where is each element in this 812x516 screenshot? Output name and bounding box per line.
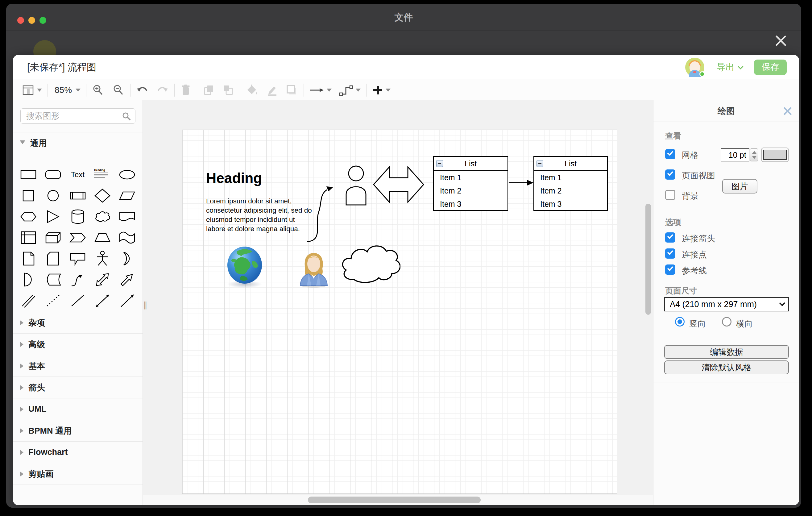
waypoint-style-button[interactable] [339,83,361,97]
canvas-list-2[interactable]: List Item 1 Item 2 Item 3 [533,156,608,211]
shape-cloud[interactable] [91,207,114,226]
grid-color-swatch[interactable] [761,147,789,162]
drawing-canvas[interactable]: Heading Lorem ipsum dolor sit amet, cons… [143,100,653,505]
list-item[interactable]: Item 3 [434,198,508,211]
shape-square[interactable] [17,186,39,205]
shape-step[interactable] [67,228,89,247]
shape-data-storage[interactable] [42,270,64,289]
sidebar-section-arrows[interactable]: 箭头 [13,376,143,398]
canvas-person-shape[interactable] [343,165,369,207]
collapse-icon[interactable] [436,160,443,167]
shape-dashed-line[interactable] [42,291,64,310]
sidebar-section-advanced[interactable]: 高级 [13,333,143,355]
canvas-cloud-shape[interactable] [339,242,401,286]
grid-size-stepper[interactable] [750,148,758,162]
sidebar-section-misc[interactable]: 杂项 [13,312,143,333]
shape-internal-storage[interactable] [17,228,39,247]
shape-triangle[interactable] [42,207,64,226]
shape-rectangle[interactable] [17,165,39,184]
zoom-in-button[interactable] [92,83,104,97]
to-back-button[interactable] [222,83,234,97]
page-setup-button[interactable] [22,83,42,97]
panel-close-icon[interactable] [783,107,792,116]
list-header[interactable]: List [534,157,607,171]
edit-data-button[interactable]: 编辑数据 [664,345,789,359]
zoom-level-dropdown[interactable]: 85% [53,83,81,97]
shape-directional-connector[interactable] [116,291,138,310]
horizontal-scrollbar-track[interactable] [143,495,653,505]
undo-button[interactable] [136,83,149,97]
shape-ellipse[interactable] [116,165,138,184]
line-color-button[interactable] [265,83,278,97]
list-item[interactable]: Item 1 [534,171,607,184]
connection-style-button[interactable] [310,83,332,97]
guides-checkbox[interactable] [665,264,675,275]
list-item[interactable]: Item 2 [534,184,607,198]
shape-text[interactable]: Text [67,165,89,184]
shape-curve[interactable] [67,270,89,289]
sidebar-section-uml[interactable]: UML [13,398,143,420]
shape-actor[interactable] [91,249,114,268]
shape-hexagon[interactable] [17,207,39,226]
connection-arrows-checkbox[interactable] [665,232,675,242]
redo-button[interactable] [156,83,169,97]
fill-color-button[interactable] [245,83,259,97]
sidebar-section-bpmn[interactable]: BPMN 通用 [13,420,143,441]
shape-note[interactable] [17,249,39,268]
shape-document[interactable] [116,207,138,226]
shape-trapezoid[interactable] [91,228,114,247]
shape-textbox[interactable]: Heading [91,165,114,184]
grid-checkbox[interactable] [665,149,675,159]
shape-parallelogram[interactable] [116,186,138,205]
canvas-list-1[interactable]: List Item 1 Item 2 Item 3 [433,156,508,211]
list-item[interactable]: Item 3 [534,198,607,211]
shape-cube[interactable] [42,228,64,247]
zoom-traffic-light[interactable] [39,17,46,24]
vertical-scrollbar-thumb[interactable] [645,204,651,315]
background-checkbox[interactable] [665,190,675,200]
list-header[interactable]: List [434,157,508,171]
shape-card[interactable] [42,249,64,268]
export-menu[interactable]: 导出 [717,61,742,74]
sidebar-section-flowchart[interactable]: Flowchart [13,441,143,463]
shape-circle[interactable] [42,186,64,205]
canvas-paragraph-text[interactable]: Lorem ipsum dolor sit amet, consectetur … [206,197,315,234]
sidebar-resize-handle[interactable]: ∥ [143,300,147,310]
step-up-icon[interactable] [752,151,756,154]
shadow-button[interactable] [285,83,298,97]
canvas-woman-clipart[interactable] [298,249,330,289]
canvas-heading-text[interactable]: Heading [206,170,262,187]
shape-cylinder[interactable] [67,207,89,226]
list-item[interactable]: Item 2 [434,184,508,198]
shape-or[interactable] [116,249,138,268]
shape-callout[interactable] [67,249,89,268]
shape-arrow[interactable] [116,270,138,289]
clear-default-style-button[interactable]: 清除默认风格 [664,361,789,374]
shape-diamond[interactable] [91,186,114,205]
connection-points-checkbox[interactable] [665,249,675,259]
portrait-radio[interactable] [675,317,685,326]
list-item[interactable]: Item 1 [434,171,508,184]
sidebar-section-clipart[interactable]: 剪贴画 [13,463,143,485]
search-input[interactable] [20,108,136,124]
to-front-button[interactable] [203,83,215,97]
minimize-traffic-light[interactable] [28,17,35,24]
save-button[interactable]: 保存 [754,60,787,75]
step-down-icon[interactable] [752,156,756,159]
canvas-double-arrow-shape[interactable] [372,164,425,206]
shape-tape[interactable] [116,228,138,247]
shape-link[interactable] [17,291,39,310]
delete-button[interactable] [180,83,191,97]
shape-bidirectional-arrow[interactable] [91,270,114,289]
shape-and[interactable] [17,270,39,289]
insert-button[interactable] [372,83,390,97]
collapse-icon[interactable] [536,160,543,167]
shape-process[interactable] [67,186,89,205]
shape-bidirectional-connector[interactable] [91,291,114,310]
page-view-checkbox[interactable] [665,169,675,180]
zoom-out-button[interactable] [112,83,125,97]
background-image-button[interactable]: 图片 [722,179,757,194]
sidebar-section-general[interactable]: 通用 [13,132,143,154]
close-icon[interactable] [774,34,788,48]
sidebar-section-basic[interactable]: 基本 [13,355,143,376]
